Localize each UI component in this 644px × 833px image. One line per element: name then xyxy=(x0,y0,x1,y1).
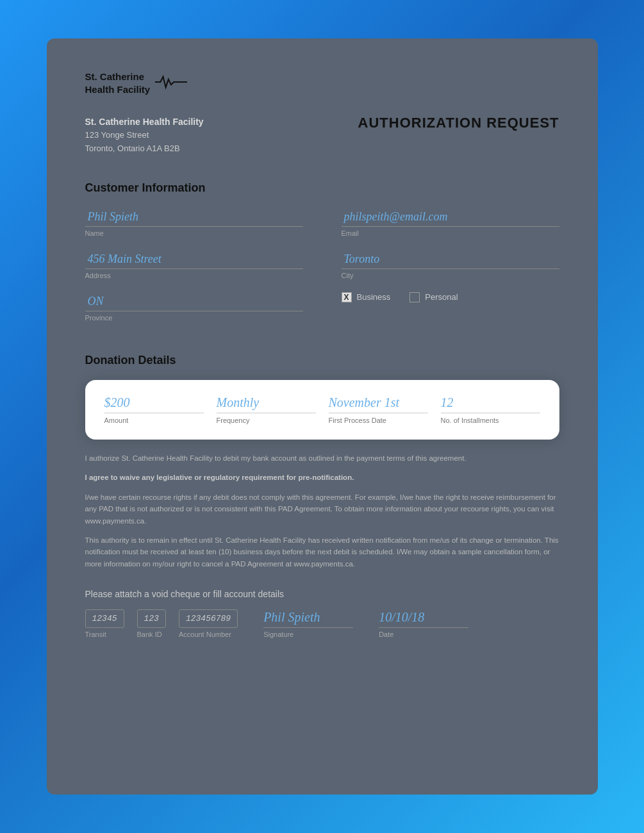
account-number-value[interactable]: 123456789 xyxy=(179,609,238,628)
date-label: Date xyxy=(379,631,468,638)
bank-id-field: 123 Bank ID xyxy=(137,609,166,638)
terms-para-3: I/we have certain recourse rights if any… xyxy=(85,491,559,527)
name-value: Phil Spieth xyxy=(85,208,303,227)
donation-highlight-card: $200 Amount Monthly Frequency November 1… xyxy=(85,380,559,440)
bank-id-label: Bank ID xyxy=(137,631,166,638)
transit-value[interactable]: 12345 xyxy=(85,609,124,628)
date-field: 10/10/18 Date xyxy=(379,610,468,638)
account-section: Please attatch a void cheque or fill acc… xyxy=(85,589,559,638)
email-label: Email xyxy=(342,229,559,237)
document-title: AUTHORIZATION REQUEST xyxy=(358,115,559,131)
province-field-group: ON Province xyxy=(85,292,303,322)
city-field-group: Toronto City xyxy=(342,250,559,279)
installments-value: 12 xyxy=(441,395,540,413)
signature-label: Signature xyxy=(263,631,353,638)
bank-id-value[interactable]: 123 xyxy=(137,609,166,628)
first-process-field: November 1st First Process Date xyxy=(329,395,428,424)
city-label: City xyxy=(342,272,559,279)
terms-para-1: I authorize St. Catherine Health Facilit… xyxy=(85,452,559,464)
business-personal-row: X Business Personal xyxy=(342,292,559,302)
transit-label: Transit xyxy=(85,631,124,638)
address-field-group: 456 Main Street Address xyxy=(85,250,303,279)
email-value: philspeith@email.com xyxy=(342,208,559,227)
frequency-value: Monthly xyxy=(217,395,316,413)
frequency-label: Frequency xyxy=(217,416,316,424)
signature-field: Phil Spieth Signature xyxy=(263,610,353,638)
business-checkbox-item[interactable]: X Business xyxy=(342,292,391,302)
document-header: St. Catherine Health Facility 123 Yonge … xyxy=(85,115,559,156)
address-label: Address xyxy=(85,272,303,279)
account-section-heading: Please attatch a void cheque or fill acc… xyxy=(85,589,559,599)
name-label: Name xyxy=(85,229,303,237)
donation-section-heading: Donation Details xyxy=(85,354,559,367)
company-info: St. Catherine Health Facility 123 Yonge … xyxy=(85,115,204,156)
personal-checkbox[interactable] xyxy=(409,292,420,302)
business-label: Business xyxy=(357,292,391,302)
signature-value: Phil Spieth xyxy=(263,610,353,628)
transit-field: 12345 Transit xyxy=(85,609,124,638)
personal-checkbox-item[interactable]: Personal xyxy=(409,292,458,302)
date-value: 10/10/18 xyxy=(379,610,468,628)
logo-text: St. Catherine Health Facility xyxy=(85,70,151,95)
first-process-value: November 1st xyxy=(329,395,428,413)
personal-label: Personal xyxy=(425,292,458,302)
city-value: Toronto xyxy=(342,250,559,269)
name-field-group: Phil Spieth Name xyxy=(85,208,303,237)
donation-section: Donation Details $200 Amount Monthly Fre… xyxy=(85,354,559,440)
customer-info-grid: Phil Spieth Name 456 Main Street Address… xyxy=(85,208,559,334)
account-fields-row: 12345 Transit 123 Bank ID 123456789 Acco… xyxy=(85,609,559,638)
customer-section-heading: Customer Information xyxy=(85,181,559,195)
business-checkbox[interactable]: X xyxy=(342,292,352,302)
amount-field: $200 Amount xyxy=(104,395,204,424)
installments-label: No. of Installments xyxy=(441,416,540,424)
first-process-label: First Process Date xyxy=(329,416,428,424)
logo-area: St. Catherine Health Facility xyxy=(85,70,559,95)
document-paper: St. Catherine Health Facility St. Cather… xyxy=(47,38,598,795)
heartbeat-icon xyxy=(155,72,187,94)
installments-field: 12 No. of Installments xyxy=(441,395,540,424)
province-label: Province xyxy=(85,314,303,322)
account-number-field: 123456789 Account Number xyxy=(179,609,238,638)
province-value: ON xyxy=(85,292,303,311)
amount-label: Amount xyxy=(104,416,204,424)
email-field-group: philspeith@email.com Email xyxy=(342,208,559,237)
terms-section: I authorize St. Catherine Health Facilit… xyxy=(85,452,559,570)
amount-value: $200 xyxy=(104,395,204,413)
frequency-field: Monthly Frequency xyxy=(217,395,316,424)
address-value: 456 Main Street xyxy=(85,250,303,269)
terms-para-2: I agree to waive any legislative or regu… xyxy=(85,472,559,483)
account-number-label: Account Number xyxy=(179,631,238,638)
terms-para-4: This authority is to remain in effect un… xyxy=(85,534,559,570)
